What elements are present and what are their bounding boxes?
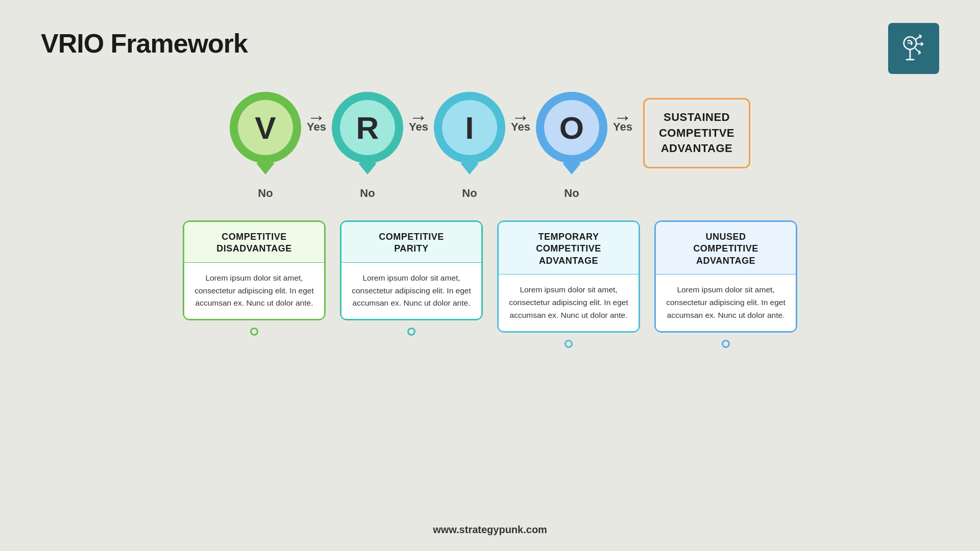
card-i: TEMPORARYCOMPETITIVEADVANTAGE Lorem ipsu… — [497, 220, 640, 348]
card-r-body: Lorem ipsum dolor sit amet, consectetur … — [340, 263, 483, 320]
circle-r: R No — [332, 92, 403, 200]
card-v-content: COMPETITIVEDISADVANTAGE Lorem ipsum dolo… — [183, 220, 326, 320]
circle-i-no: No — [462, 187, 477, 200]
sustained-advantage-text: SUSTAINEDCOMPETITVEADVANTAGE — [659, 110, 734, 157]
arrow-4: → — [614, 108, 632, 127]
circle-i: I No — [434, 92, 505, 200]
circle-v-no: No — [258, 187, 273, 200]
arrow-3: → — [511, 108, 530, 127]
circle-v: V No — [230, 92, 301, 200]
footer-url: www.strategypunk.com — [433, 524, 547, 536]
card-v-dot — [250, 328, 258, 336]
diagram-container: V No Yes → R No Yes → — [0, 92, 980, 348]
circle-r-no: No — [360, 187, 375, 200]
circle-o: O No — [536, 92, 607, 200]
card-v-body: Lorem ipsum dolor sit amet, consectetur … — [183, 263, 326, 320]
circle-i-letter: I — [442, 100, 497, 155]
circle-o-letter: O — [544, 100, 599, 155]
cards-row: COMPETITIVEDISADVANTAGE Lorem ipsum dolo… — [183, 220, 797, 348]
card-i-body: Lorem ipsum dolor sit amet, consectetur … — [497, 274, 640, 332]
card-o-content: UNUSEDCOMPETITIVEADVANTAGE Lorem ipsum d… — [654, 220, 797, 333]
card-o-body: Lorem ipsum dolor sit amet, consectetur … — [654, 274, 797, 332]
card-o-dot — [722, 340, 730, 348]
card-r-content: COMPETITIVEPARITY Lorem ipsum dolor sit … — [340, 220, 483, 320]
circle-v-letter: V — [238, 100, 293, 155]
card-r-dot — [407, 328, 415, 336]
card-r: COMPETITIVEPARITY Lorem ipsum dolor sit … — [340, 220, 483, 336]
card-v: COMPETITIVEDISADVANTAGE Lorem ipsum dolo… — [183, 220, 326, 336]
card-o-header: UNUSEDCOMPETITIVEADVANTAGE — [654, 220, 797, 274]
strategy-icon — [896, 31, 932, 66]
logo-box — [888, 23, 939, 74]
arrow-1: → — [307, 108, 326, 127]
card-i-header: TEMPORARYCOMPETITIVEADVANTAGE — [497, 220, 640, 274]
circle-r-letter: R — [340, 100, 395, 155]
circle-o-no: No — [564, 187, 579, 200]
arrow-2: → — [409, 108, 428, 127]
page-title: VRIO Framework — [41, 28, 248, 59]
card-r-header: COMPETITIVEPARITY — [340, 220, 483, 262]
card-o: UNUSEDCOMPETITIVEADVANTAGE Lorem ipsum d… — [654, 220, 797, 348]
card-v-header: COMPETITIVEDISADVANTAGE — [183, 220, 326, 262]
circles-row: V No Yes → R No Yes → — [230, 92, 750, 200]
sustained-advantage-box: SUSTAINEDCOMPETITVEADVANTAGE — [643, 98, 750, 168]
card-i-dot — [565, 340, 573, 348]
card-i-content: TEMPORARYCOMPETITIVEADVANTAGE Lorem ipsu… — [497, 220, 640, 333]
